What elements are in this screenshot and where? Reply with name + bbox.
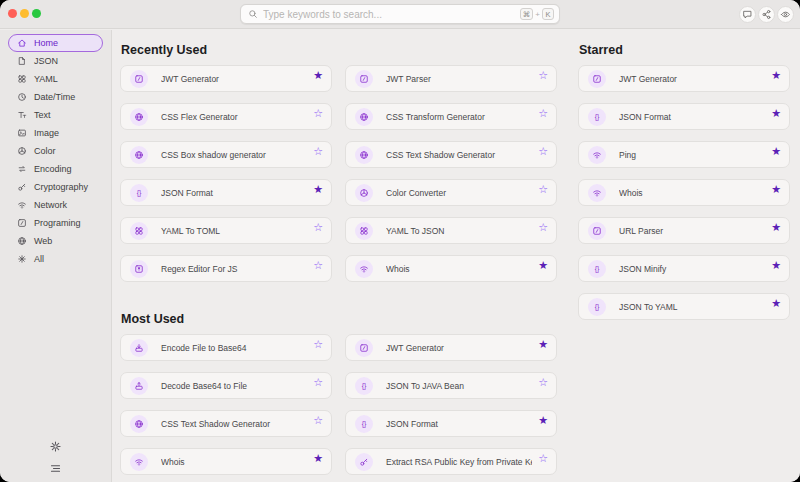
sidebar-item-encoding[interactable]: Encoding — [8, 160, 103, 178]
tool-icon-badge: {} — [355, 415, 373, 433]
url-square-icon — [592, 226, 602, 236]
star-filled-toggle[interactable]: ★ — [771, 146, 781, 157]
tool-card-jwt-parser[interactable]: JWT Parser ☆ — [345, 65, 557, 92]
star-outline-toggle[interactable]: ☆ — [538, 146, 548, 157]
sidebar-item-image[interactable]: Image — [8, 124, 103, 142]
sidebar-item-programing[interactable]: Programing — [8, 214, 103, 232]
menu-button[interactable] — [49, 462, 62, 475]
star-outline-toggle[interactable]: ☆ — [538, 108, 548, 119]
sidebar-item-yaml[interactable]: YAML — [8, 70, 103, 88]
tool-card-color-converter[interactable]: Color Converter ☆ — [345, 179, 557, 206]
tool-card-url-parser[interactable]: URL Parser ★ — [578, 217, 790, 244]
clock-icon — [17, 92, 27, 102]
toolbar-actions — [739, 6, 794, 23]
sidebar-item-all[interactable]: All — [8, 250, 103, 268]
tool-card-jwt-generator[interactable]: JWT Generator ★ — [120, 65, 332, 92]
tool-icon-badge — [130, 453, 148, 471]
tool-card-css-flex-generator[interactable]: CSS Flex Generator ☆ — [120, 103, 332, 130]
tool-card-whois[interactable]: Whois ★ — [345, 255, 557, 282]
sidebar-item-color[interactable]: Color — [8, 142, 103, 160]
star-outline-toggle[interactable]: ☆ — [538, 453, 548, 464]
close-button[interactable] — [8, 9, 17, 18]
tool-card-yaml-to-json[interactable]: YAML To JSON ☆ — [345, 217, 557, 244]
tool-card-whois[interactable]: Whois ★ — [578, 179, 790, 206]
star-filled-toggle[interactable]: ★ — [538, 260, 548, 271]
star-filled-toggle[interactable]: ★ — [771, 184, 781, 195]
gear-icon — [49, 440, 62, 453]
search-input[interactable] — [263, 9, 520, 20]
tool-card-css-transform-generator[interactable]: CSS Transform Generator ☆ — [345, 103, 557, 130]
tool-card-decode-base64-to-file[interactable]: Decode Base64 to File ☆ — [120, 372, 332, 399]
tool-card-json-to-yaml[interactable]: {} JSON To YAML ★ — [578, 293, 790, 320]
settings-button[interactable] — [49, 440, 62, 453]
star-filled-toggle[interactable]: ★ — [538, 415, 548, 426]
tool-icon-badge — [588, 184, 606, 202]
sidebar-footer — [0, 440, 111, 482]
tool-card-regex-editor-for-js[interactable]: Regex Editor For JS ☆ — [120, 255, 332, 282]
search-bar[interactable]: ⌘ + K — [240, 4, 560, 24]
star-filled-toggle[interactable]: ★ — [771, 70, 781, 81]
tool-card-jwt-generator[interactable]: JWT Generator ★ — [578, 65, 790, 92]
star-filled-toggle[interactable]: ★ — [771, 298, 781, 309]
tool-card-json-to-java-bean[interactable]: {} JSON To JAVA Bean ☆ — [345, 372, 557, 399]
star-filled-toggle[interactable]: ★ — [771, 108, 781, 119]
tool-card-encode-file-to-base64[interactable]: Encode File to Base64 ☆ — [120, 334, 332, 361]
sidebar-item-date-time[interactable]: Date/Time — [8, 88, 103, 106]
star-outline-toggle[interactable]: ☆ — [313, 377, 323, 388]
star-outline-toggle[interactable]: ☆ — [538, 222, 548, 233]
star-outline-toggle[interactable]: ☆ — [538, 70, 548, 81]
tool-card-css-box-shadow-generator[interactable]: CSS Box shadow generator ☆ — [120, 141, 332, 168]
star-outline-toggle[interactable]: ☆ — [538, 184, 548, 195]
star-outline-toggle[interactable]: ☆ — [313, 222, 323, 233]
visibility-button[interactable] — [777, 6, 794, 23]
star-filled-toggle[interactable]: ★ — [771, 260, 781, 271]
tool-card-jwt-generator[interactable]: JWT Generator ★ — [345, 334, 557, 361]
feedback-button[interactable] — [739, 6, 756, 23]
tool-card-whois[interactable]: Whois ★ — [120, 448, 332, 475]
jwt-icon — [134, 74, 144, 84]
zoom-button[interactable] — [32, 9, 41, 18]
k-key-hint: K — [542, 8, 554, 20]
sidebar-item-json[interactable]: JSON — [8, 52, 103, 70]
star-filled-toggle[interactable]: ★ — [313, 453, 323, 464]
jwt-icon — [359, 74, 369, 84]
wifi-icon — [359, 264, 369, 274]
app-window: ⌘ + K — [0, 0, 800, 482]
jwt-icon — [359, 343, 369, 353]
star-outline-toggle[interactable]: ☆ — [313, 339, 323, 350]
star-outline-toggle[interactable]: ☆ — [313, 260, 323, 271]
star-filled-toggle[interactable]: ★ — [313, 70, 323, 81]
share-icon — [761, 9, 772, 20]
tool-card-json-format[interactable]: {} JSON Format ★ — [578, 103, 790, 130]
star-filled-toggle[interactable]: ★ — [313, 184, 323, 195]
css-globe-icon — [359, 150, 369, 160]
tool-card-extract-rsa-public-key-from-private-key[interactable]: Extract RSA Public Key from Private Key … — [345, 448, 557, 475]
list-icon — [49, 462, 62, 475]
tool-card-yaml-to-toml[interactable]: YAML To TOML ☆ — [120, 217, 332, 244]
most-used-grid: Encode File to Base64 ☆ Decode Base64 to… — [120, 334, 557, 475]
tool-card-css-text-shadow-generator[interactable]: CSS Text Shadow Generator ☆ — [120, 410, 332, 437]
tool-card-json-format[interactable]: {} JSON Format ★ — [120, 179, 332, 206]
star-outline-toggle[interactable]: ☆ — [538, 377, 548, 388]
star-outline-toggle[interactable]: ☆ — [313, 146, 323, 157]
sidebar: Home JSON YAML Date/Time — [0, 30, 112, 482]
star-outline-toggle[interactable]: ☆ — [313, 108, 323, 119]
tool-card-ping[interactable]: Ping ★ — [578, 141, 790, 168]
sidebar-item-web[interactable]: Web — [8, 232, 103, 250]
tool-card-css-text-shadow-generator[interactable]: CSS Text Shadow Generator ☆ — [345, 141, 557, 168]
svg-text:{}: {} — [137, 189, 142, 197]
sidebar-item-network[interactable]: Network — [8, 196, 103, 214]
command-key-hint: ⌘ — [520, 8, 534, 20]
star-filled-toggle[interactable]: ★ — [538, 339, 548, 350]
star-outline-toggle[interactable]: ☆ — [313, 415, 323, 426]
star-filled-toggle[interactable]: ★ — [771, 222, 781, 233]
sidebar-item-home[interactable]: Home — [8, 34, 103, 52]
share-button[interactable] — [758, 6, 775, 23]
tool-card-json-minify[interactable]: {} JSON Minify ★ — [578, 255, 790, 282]
sidebar-item-cryptography[interactable]: Cryptography — [8, 178, 103, 196]
minimize-button[interactable] — [20, 9, 29, 18]
sidebar-item-text[interactable]: Text — [8, 106, 103, 124]
most-used-title: Most Used — [121, 312, 557, 326]
tool-icon-badge: {} — [355, 377, 373, 395]
tool-card-json-format[interactable]: {} JSON Format ★ — [345, 410, 557, 437]
